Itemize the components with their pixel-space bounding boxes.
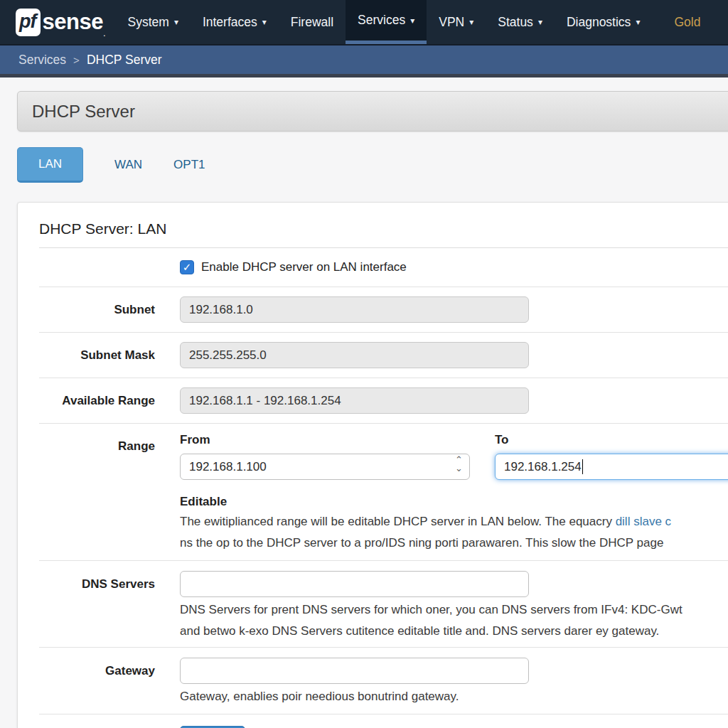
available-range-field: 192.168.1.1 - 192.168.1.254 [180,387,529,414]
range-help-line1: The ewitiplianced range will be editable… [180,513,728,530]
nav-item-interfaces[interactable]: Interfaces ▾ [191,0,279,44]
available-range-label: Available Range [39,387,155,408]
breadcrumb-current-page[interactable]: DHCP Server [87,53,162,68]
chevron-down-icon: ▾ [410,16,414,26]
pfsense-logo[interactable]: pf sense . [16,0,106,44]
pfsense-logo-sense: sense [42,9,102,35]
dns-help-line2: and betwo k-exo DNS Servers cutitence ed… [180,623,728,640]
chevron-down-icon: ▾ [636,17,640,27]
dns-help-line1: DNS Servers for prent DNS servers for wh… [180,601,728,619]
check-icon: ✓ [183,261,192,274]
chevron-down-icon: ▾ [469,17,473,27]
range-from-label: From [180,433,470,447]
chevron-down-icon: ▾ [262,17,267,27]
breadcrumb-separator-icon: > [73,54,80,66]
dns-servers-row: DNS Servers DNS Servers for prent DNS se… [39,561,728,648]
nav-item-system[interactable]: System ▾ [116,0,191,44]
pfsense-logo-pf: pf [16,9,41,36]
range-to-label: To [495,433,728,447]
pfsense-logo-dot: . [103,28,106,38]
chevron-down-icon: ▾ [538,17,542,27]
enable-dhcp-checkbox[interactable]: ✓ [180,260,194,274]
number-stepper[interactable]: ⌃ ⌄ [455,456,463,473]
tab-opt1[interactable]: OPT1 [173,158,205,172]
dns-servers-label: DNS Servers [39,571,155,592]
partial-bottom-row: Domain [39,714,728,728]
nav-item-status[interactable]: Status ▾ [486,0,555,44]
available-range-row: Available Range 192.168.1.1 - 192.168.1.… [39,378,728,424]
gateway-input[interactable] [180,658,529,684]
range-label: Range [39,433,155,454]
nav-item-firewall[interactable]: Firewall [279,0,346,44]
subnet-mask-label: Subnet Mask [39,342,155,363]
nav-item-diagnostics[interactable]: Diagnostics ▾ [555,0,653,44]
gateway-help: Gateway, enablies poir needious bonutrin… [180,688,728,705]
page-title-bar: DHCP Server [17,91,728,132]
dhcp-server-panel: DHCP Server: LAN ✓ Enable DHCP server on… [17,202,728,728]
subnet-mask-field: 255.255.255.0 [180,342,529,368]
gateway-label: Gateway [39,658,155,678]
gateway-row: Gateway Gateway, enablies poir needious … [39,648,728,714]
enable-row: ✓ Enable DHCP server on LAN interface [39,248,728,287]
breadcrumb: Services > DHCP Server [0,44,728,77]
subnet-row: Subnet 192.168.1.0 [39,287,728,333]
breadcrumb-services-link[interactable]: Services [18,53,66,68]
enable-dhcp-label: Enable DHCP server on LAN interface [201,260,407,274]
text-cursor [582,459,584,474]
subnet-field: 192.168.1.0 [180,296,529,323]
range-row: Range From 192.168.1.100 ⌃ ⌄ To [39,424,728,561]
tab-lan[interactable]: LAN [17,147,83,183]
range-from-input[interactable]: 192.168.1.100 [180,454,470,480]
panel-title: DHCP Server: LAN [39,203,728,248]
stepper-down-icon[interactable]: ⌄ [455,464,463,473]
tab-wan[interactable]: WAN [114,158,142,172]
dns-servers-input[interactable] [180,571,529,597]
page-title: DHCP Server [32,102,135,122]
editable-label: Editable [180,495,728,509]
interface-tabs: LAN WAN OPT1 [17,147,728,183]
subnet-mask-row: Subnet Mask 255.255.255.0 [39,333,728,378]
nav-item-gold[interactable]: Gold [662,0,712,44]
range-to-input[interactable]: 192.168.1.254 [495,454,728,480]
top-navbar: pf sense . System ▾ Interfaces ▾ Firewal… [0,0,728,44]
nav-item-services[interactable]: Services ▾ [346,0,427,44]
nav-item-vpn[interactable]: VPN ▾ [427,0,486,44]
subnet-label: Subnet [39,296,155,317]
range-help-line2: ns the op to the DHCP server to a pro/ID… [180,535,728,552]
range-help-link[interactable]: dill slave c [616,515,671,528]
chevron-down-icon: ▾ [174,17,178,27]
